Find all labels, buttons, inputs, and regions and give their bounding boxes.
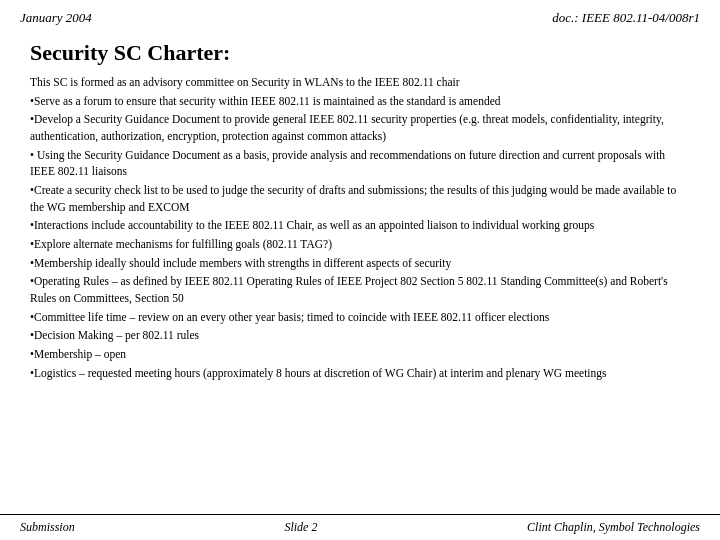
- slide: January 2004 doc.: IEEE 802.11-04/008r1 …: [0, 0, 720, 540]
- bullet-9: •Committee life time – review on an ever…: [30, 309, 690, 326]
- bullet-6: •Explore alternate mechanisms for fulfil…: [30, 236, 690, 253]
- footer-slide: Slide 2: [284, 520, 317, 535]
- bullet-5: •Interactions include accountability to …: [30, 217, 690, 234]
- header-date: January 2004: [20, 10, 92, 26]
- bullet-12: •Logistics – requested meeting hours (ap…: [30, 365, 690, 382]
- bullet-3: • Using the Security Guidance Document a…: [30, 147, 690, 180]
- body-text: This SC is formed as an advisory committ…: [30, 74, 690, 381]
- bullet-7: •Membership ideally should include membe…: [30, 255, 690, 272]
- bullet-10: •Decision Making – per 802.11 rules: [30, 327, 690, 344]
- bullet-4: •Create a security check list to be used…: [30, 182, 690, 215]
- footer: Submission Slide 2 Clint Chaplin, Symbol…: [0, 514, 720, 540]
- header: January 2004 doc.: IEEE 802.11-04/008r1: [0, 0, 720, 30]
- bullet-1: •Serve as a forum to ensure that securit…: [30, 93, 690, 110]
- bullet-11: •Membership – open: [30, 346, 690, 363]
- footer-submission: Submission: [20, 520, 75, 535]
- header-doc: doc.: IEEE 802.11-04/008r1: [552, 10, 700, 26]
- intro-text: This SC is formed as an advisory committ…: [30, 74, 690, 91]
- content-area: Security SC Charter: This SC is formed a…: [0, 30, 720, 514]
- footer-author: Clint Chaplin, Symbol Technologies: [527, 520, 700, 535]
- bullet-8: •Operating Rules – as defined by IEEE 80…: [30, 273, 690, 306]
- slide-title: Security SC Charter:: [30, 40, 690, 66]
- bullet-2: •Develop a Security Guidance Document to…: [30, 111, 690, 144]
